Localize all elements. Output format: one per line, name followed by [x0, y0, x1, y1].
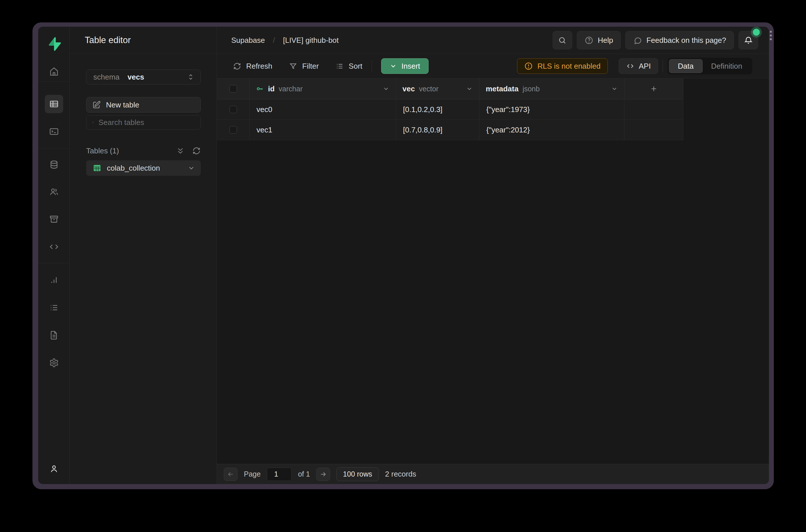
cell-metadata[interactable]: {"year":2012}	[479, 120, 625, 140]
search-icon	[558, 36, 567, 45]
chevron-down-icon[interactable]	[611, 85, 618, 92]
row-select-cell	[217, 99, 250, 120]
filter-label: Filter	[302, 62, 319, 71]
help-button[interactable]: Help	[577, 31, 621, 50]
database-icon	[49, 160, 59, 170]
chevron-down-icon[interactable]	[188, 164, 195, 172]
column-type: varchar	[279, 85, 303, 93]
column-name: metadata	[486, 84, 518, 93]
supabase-app: Table editor Supabase / [LIVE] github-bo…	[38, 27, 769, 484]
cell-vec[interactable]: [0.1,0.2,0.3]	[396, 99, 479, 120]
insert-label: Insert	[402, 62, 420, 71]
record-count: 2 records	[385, 470, 416, 479]
rows-per-page-label: 100 rows	[343, 470, 372, 478]
key-icon	[256, 85, 264, 93]
cell-id[interactable]: vec0	[250, 99, 396, 120]
breadcrumb-project[interactable]: [LIVE] github-bot	[283, 36, 339, 45]
pagination-footer: Page of 1 100 rows 2 records	[217, 464, 769, 484]
chevron-down-icon	[389, 62, 397, 70]
supabase-logo-icon[interactable]	[46, 27, 62, 54]
cell-metadata[interactable]: {"year":1973}	[479, 99, 625, 120]
rls-warning-button[interactable]: RLS is not enabled	[517, 58, 608, 74]
cell-empty	[625, 120, 683, 140]
user-icon	[49, 464, 59, 474]
nav-storage[interactable]	[45, 210, 63, 228]
breadcrumb: Supabase / [LIVE] github-bot	[231, 36, 339, 45]
nav-docs[interactable]	[45, 326, 63, 344]
select-all-checkbox[interactable]	[230, 85, 237, 93]
nav-database[interactable]	[45, 155, 63, 174]
window-drag-handle[interactable]	[769, 31, 772, 40]
refresh-label: Refresh	[246, 62, 272, 71]
nav-reports[interactable]	[45, 271, 63, 289]
grid-toolbar: Refresh Filter Sort	[217, 54, 769, 78]
nav-authentication[interactable]	[45, 183, 63, 201]
cell-id[interactable]: vec1	[250, 120, 396, 140]
alert-circle-icon	[524, 62, 533, 70]
feedback-button[interactable]: Feedback on this page?	[625, 31, 734, 50]
top-bar: Table editor Supabase / [LIVE] github-bo…	[70, 27, 769, 54]
page-number-input[interactable]	[267, 468, 291, 481]
select-all-cell	[217, 78, 250, 99]
search-tables-field[interactable]	[86, 115, 201, 130]
profile-button[interactable]	[45, 460, 63, 478]
nav-edge-functions[interactable]	[45, 238, 63, 256]
page-label: Page	[244, 470, 261, 478]
schema-select[interactable]: schema vecs	[86, 70, 201, 84]
column-header-vec[interactable]: vec vector	[396, 78, 479, 99]
row-checkbox[interactable]	[230, 106, 237, 113]
feedback-icon	[633, 36, 642, 45]
column-type: jsonb	[522, 85, 540, 93]
nav-table-editor[interactable]	[45, 95, 63, 113]
add-column-button[interactable]	[625, 78, 683, 99]
schema-value: vecs	[128, 73, 144, 81]
tab-definition-label: Definition	[711, 62, 742, 71]
chevron-down-icon[interactable]	[383, 85, 389, 92]
tab-data[interactable]: Data	[669, 59, 703, 73]
insert-button[interactable]: Insert	[381, 58, 428, 74]
data-grid: id varchar vec vector	[217, 78, 769, 464]
api-button[interactable]: API	[619, 58, 658, 74]
page-title: Table editor	[85, 35, 131, 45]
column-header-metadata[interactable]: metadata jsonb	[479, 78, 625, 99]
tables-count-label: Tables (1)	[86, 147, 119, 155]
row-checkbox[interactable]	[230, 126, 237, 134]
tab-data-label: Data	[678, 62, 694, 71]
sort-label: Sort	[349, 62, 363, 71]
next-page-button[interactable]	[316, 468, 330, 481]
table-grid-icon	[93, 164, 102, 173]
api-label: API	[639, 62, 651, 71]
search-tables-input[interactable]	[98, 118, 195, 127]
filter-icon	[289, 62, 297, 70]
nav-home[interactable]	[45, 62, 63, 81]
column-type: vector	[419, 85, 438, 93]
arrow-left-icon	[227, 471, 234, 478]
refresh-button[interactable]: Refresh	[233, 62, 272, 71]
search-button[interactable]	[553, 31, 572, 50]
rows-per-page-button[interactable]: 100 rows	[337, 468, 379, 481]
breadcrumb-org[interactable]: Supabase	[231, 36, 265, 45]
cell-vec[interactable]: [0.7,0.8,0.9]	[396, 120, 479, 140]
collapse-all-icon[interactable]	[176, 147, 185, 155]
cell-empty	[625, 99, 683, 120]
sort-button[interactable]: Sort	[335, 62, 363, 71]
code-icon	[49, 242, 59, 252]
nav-logs[interactable]	[45, 299, 63, 317]
tab-definition[interactable]: Definition	[703, 59, 751, 73]
nav-settings[interactable]	[45, 354, 63, 372]
filter-button[interactable]: Filter	[289, 62, 319, 71]
chevron-down-icon[interactable]	[466, 85, 473, 92]
view-tabs: Data Definition	[668, 58, 752, 74]
nav-sql-editor[interactable]	[45, 122, 63, 141]
terminal-icon	[49, 127, 59, 136]
edit-icon	[92, 100, 101, 109]
sidebar-item-colab-collection[interactable]: colab_collection	[86, 160, 201, 176]
prev-page-button[interactable]	[224, 468, 237, 481]
users-icon	[49, 187, 59, 197]
new-table-button[interactable]: New table	[86, 97, 201, 113]
desktop-background: Table editor Supabase / [LIVE] github-bo…	[0, 0, 806, 532]
column-header-id[interactable]: id varchar	[250, 78, 396, 99]
refresh-icon[interactable]	[192, 147, 201, 155]
feedback-label: Feedback on this page?	[646, 36, 726, 45]
toolbar-divider	[663, 60, 663, 72]
